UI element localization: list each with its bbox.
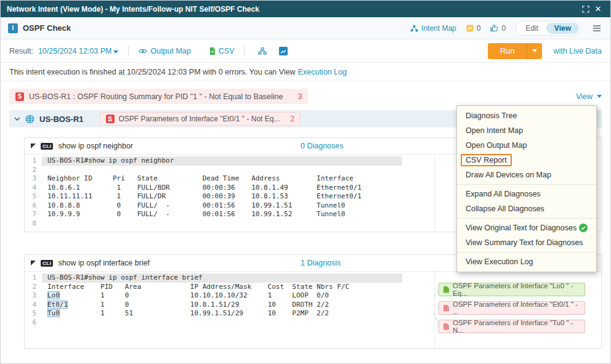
menu-item[interactable]: Diagnosis Tree [457,108,596,123]
chevron-down-icon [532,49,537,52]
collapse-chevron-icon[interactable] [14,117,20,121]
view-dropdown[interactable]: View [576,92,602,101]
line-number: 3 [25,291,36,301]
check-icon [579,224,588,232]
diagnoses-link[interactable]: 1 Diagnosis [301,259,341,267]
code-lines: US-BOS-R1#show ip ospf neighbor Neighbor… [42,156,402,228]
run-dropdown-caret[interactable] [527,43,542,59]
output-map-label: Output Map [150,47,190,55]
interface-token[interactable]: Tu0 [47,309,60,317]
document-icon [443,286,449,293]
menu-item[interactable]: Open Intent Map [457,123,596,138]
menu-item-label: Diagnosis Tree [466,111,517,120]
diagnosis-note[interactable]: OSPF Parameters of Interface "Et0/1 " - … [439,301,585,315]
maximize-icon[interactable] [580,3,592,15]
edit-tab[interactable]: Edit [517,23,546,34]
intent-header: I OSPF Check Intent Map 0 0 Edit View [1,17,610,39]
code-line: 10.9.9.9 0 FULL/ - 00:01:56 10.99.1.52 T… [42,210,402,219]
code-pane: 123456 US-BOS-R1#show ip ospf interface … [25,272,435,348]
code-line: 10.8.8.8 0 FULL/ - 00:01:56 10.99.1.51 T… [42,201,402,211]
menu-item[interactable]: Collapse All Diagnoses [457,201,596,216]
output-map-button[interactable]: Output Map [139,47,190,55]
menu-item-label: View Original Text for Diagnoses [466,224,577,232]
severity-icon: S [15,92,24,101]
menu-item[interactable]: View Execution Log [457,254,596,269]
divider [128,46,129,56]
line-number: 6 [25,201,36,211]
csv-label: CSV [219,47,235,55]
line-number: 7 [25,210,36,219]
menu-item[interactable]: View Summary Text for Diagnoses [457,235,596,250]
diagnosis-note-label: OSPF Parameters of Interface "Et0/1 " - … [453,301,580,315]
line-number: 2 [25,283,36,292]
menu-item[interactable]: Draw All Devices on Map [457,168,596,182]
command-text: show ip ospf interface brief [58,259,150,267]
code-pane: 12345678 US-BOS-R1#show ip ospf neighbor… [25,155,435,232]
view-tab[interactable]: View [546,23,579,34]
code-line: Lo0 1 0 10.10.10.10/32 1 LOOP 0/0 [42,291,402,301]
line-number: 3 [25,174,36,184]
result-dropdown[interactable]: 10/25/2024 12:03 PM [38,47,119,55]
note-icon [466,25,474,32]
intent-title: OSPF Check [23,23,71,33]
menu-item-label: Expand All Diagnoses [466,190,541,198]
collapse-triangle-icon[interactable] [31,144,36,148]
menu-item-label: Draw All Devices on Map [466,171,551,179]
intent-map-link[interactable]: Intent Map [410,24,456,33]
line-number: 5 [25,192,36,201]
device-name[interactable]: US-BOS-R1 [39,115,84,124]
code-line: Neighbor ID Pri State Dead Time Address … [42,174,402,184]
menu-item[interactable]: CSV Report [457,153,596,168]
divider [244,46,245,56]
line-number: 2 [25,166,36,175]
execution-log-link[interactable]: Execution Log [298,68,347,76]
diagnosis-note[interactable]: OSPF Parameters of Interface "Tu0 " - N.… [439,320,585,333]
run-button[interactable]: Run [488,43,543,59]
diagnoses-link[interactable]: 0 Diagnoses [301,142,344,150]
intent-icon: I [8,23,18,33]
like-button[interactable]: 0 [490,24,506,33]
csv-button[interactable]: CSV [209,47,235,55]
run-label[interactable]: Run [488,43,528,59]
diagnosis-tree-icon[interactable] [254,47,270,55]
diagnosis-note[interactable]: OSPF Parameters of Interface "Lo0 " - Eq… [439,283,585,296]
csv-file-icon [209,47,216,55]
device-badge-count: 2 [290,115,294,123]
line-number: 1 [25,273,36,283]
cli-tag: CLI [41,260,53,267]
line-number: 1 [25,156,36,166]
menu-divider [457,184,596,185]
menu-item[interactable]: Expand All Diagnoses [457,187,596,201]
interface-token[interactable]: Lo0 [47,291,60,299]
alert-text: US-BOS-R1 : OSPF Routing Summary for PID… [29,92,283,101]
interface-token[interactable]: Et0/1 [47,301,68,309]
diagnosis-alert-banner[interactable]: S US-BOS-R1 : OSPF Routing Summary for P… [9,89,308,104]
close-icon[interactable]: ✕ [592,3,604,15]
document-icon [443,305,449,312]
menu-divider [457,252,596,253]
code-line [42,219,402,229]
execution-status-text: This intent execution is finished at 10/… [9,68,296,76]
notes-button[interactable]: 0 [466,24,481,33]
code-line: 10.11.11.11 1 FULL/DR 00:00:39 10.8.1.53… [42,192,402,201]
alert-row: S US-BOS-R1 : OSPF Routing Summary for P… [9,89,602,104]
window-title: Network Intent (View Mode) - My Intents/… [7,5,259,14]
collapse-triangle-icon[interactable] [31,261,36,265]
intent-map-icon [410,25,418,32]
menu-item[interactable]: Open Output Map [457,138,596,153]
line-number: 4 [25,184,36,193]
intent-map-label: Intent Map [421,24,456,33]
alert-count: 3 [298,92,302,101]
edit-view-toggle: Edit View [516,21,581,36]
menu-item-label: Open Intent Map [466,126,523,135]
hamburger-menu-icon[interactable] [591,22,603,34]
menu-item[interactable]: View Original Text for Diagnoses [457,220,596,235]
chart-map-icon[interactable] [275,47,291,55]
device-diagnosis-badge[interactable]: S OSPF Parameters of Interface "Et0/1 " … [100,112,301,126]
diagnosis-notes-pane: OSPF Parameters of Interface "Lo0 " - Eq… [435,272,601,348]
line-number-gutter: 12345678 [25,156,42,228]
eye-icon [139,48,147,54]
menu-item-label: CSV Report [461,154,512,166]
code-line [42,166,402,175]
view-context-menu: Diagnosis Tree Open Intent Map Open Outp… [456,105,597,272]
